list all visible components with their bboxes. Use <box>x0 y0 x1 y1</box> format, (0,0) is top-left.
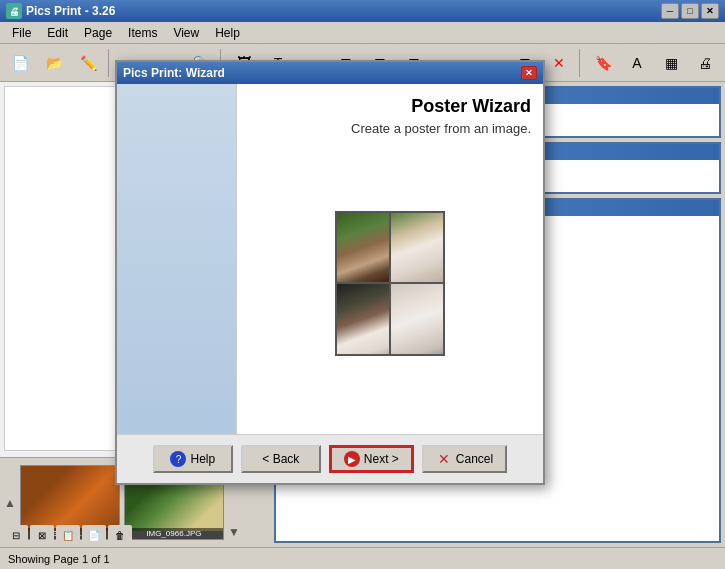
dialog-buttons: ? Help < Back ▶ Next > ✕ Cancel <box>117 434 543 483</box>
menu-file[interactable]: File <box>4 24 39 42</box>
dialog-close-button[interactable]: ✕ <box>521 66 537 80</box>
menu-help[interactable]: Help <box>207 24 248 42</box>
wizard-title: Poster Wizard <box>249 96 531 117</box>
dialog-body: Poster Wizard Create a poster from an im… <box>117 84 543 434</box>
help-button[interactable]: ? Help <box>153 445 233 473</box>
thumb-btn-2[interactable]: ⊠ <box>30 525 54 545</box>
menu-view[interactable]: View <box>165 24 207 42</box>
next-button[interactable]: ▶ Next > <box>329 445 414 473</box>
toolbar-right-4[interactable]: A <box>621 47 653 79</box>
dialog-left-panel <box>117 84 237 434</box>
poster-cell-bl <box>337 284 389 354</box>
menu-edit[interactable]: Edit <box>39 24 76 42</box>
next-icon: ▶ <box>344 451 360 467</box>
thumb-2-label: IMG_0966.JPG <box>125 528 223 539</box>
dialog-right-panel: Poster Wizard Create a poster from an im… <box>237 84 543 434</box>
wizard-subtitle: Create a poster from an image. <box>249 121 531 136</box>
toolbar-save[interactable]: ✏️ <box>72 47 104 79</box>
title-bar: 🖨 Pics Print - 3.26 ─ □ ✕ <box>0 0 725 22</box>
dialog-title-bar: Pics Print: Wizard ✕ <box>117 62 543 84</box>
wizard-dialog: Pics Print: Wizard ✕ Poster Wizard Creat… <box>115 60 545 485</box>
thumb-btn-4[interactable]: 📄 <box>82 525 106 545</box>
toolbar-right-2[interactable]: ✕ <box>543 47 575 79</box>
thumb-btn-5[interactable]: 🗑 <box>108 525 132 545</box>
menu-page[interactable]: Page <box>76 24 120 42</box>
toolbar-sep-3 <box>579 49 583 77</box>
back-button[interactable]: < Back <box>241 445 321 473</box>
app-icon: 🖨 <box>6 3 22 19</box>
toolbar-open[interactable]: 📂 <box>38 47 70 79</box>
restore-button[interactable]: □ <box>681 3 699 19</box>
poster-image-area <box>249 144 531 422</box>
thumb-btn-3[interactable]: 📋 <box>56 525 80 545</box>
thumb-btn-1[interactable]: ⊟ <box>4 525 28 545</box>
menu-bar: File Edit Page Items View Help <box>0 22 725 44</box>
minimize-button[interactable]: ─ <box>661 3 679 19</box>
dialog-title: Pics Print: Wizard <box>123 66 521 80</box>
scroll-right-arrow[interactable]: ▼ <box>228 525 240 539</box>
help-label: Help <box>190 452 215 466</box>
poster-cell-br <box>391 284 443 354</box>
poster-cell-tr <box>391 213 443 283</box>
cancel-icon: ✕ <box>436 451 452 467</box>
cancel-button[interactable]: ✕ Cancel <box>422 445 507 473</box>
poster-grid <box>335 211 445 356</box>
next-label: Next > <box>364 452 399 466</box>
toolbar-new[interactable]: 📄 <box>4 47 36 79</box>
toolbar-right-3[interactable]: 🔖 <box>587 47 619 79</box>
help-icon: ? <box>170 451 186 467</box>
status-bar: Showing Page 1 of 1 <box>0 547 725 569</box>
app-title: Pics Print - 3.26 <box>26 4 661 18</box>
status-text: Showing Page 1 of 1 <box>8 553 110 565</box>
poster-cell-tl <box>337 213 389 283</box>
menu-items[interactable]: Items <box>120 24 165 42</box>
toolbar-right-6[interactable]: 🖨 <box>689 47 721 79</box>
toolbar-right-5[interactable]: ▦ <box>655 47 687 79</box>
toolbar-sep-1 <box>108 49 112 77</box>
cancel-label: Cancel <box>456 452 493 466</box>
close-button[interactable]: ✕ <box>701 3 719 19</box>
back-label: < Back <box>262 452 299 466</box>
title-bar-buttons: ─ □ ✕ <box>661 3 719 19</box>
scroll-left-arrow[interactable]: ▲ <box>4 496 16 510</box>
